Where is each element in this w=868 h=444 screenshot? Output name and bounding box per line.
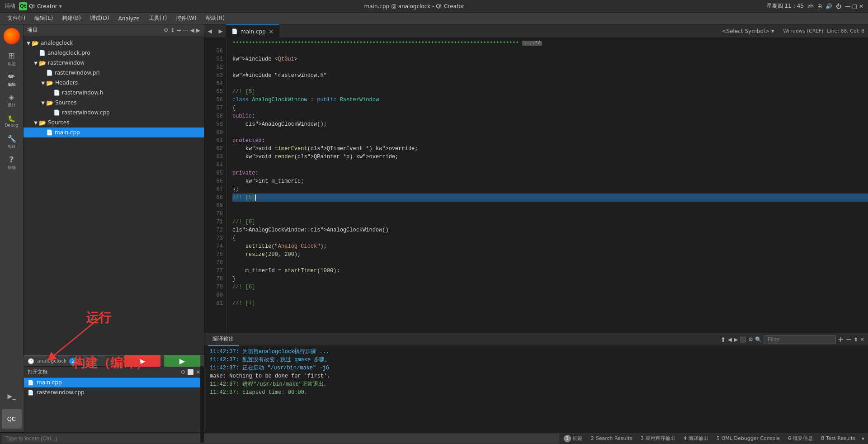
debug-button[interactable]: ▶ (164, 355, 200, 368)
window-controls[interactable]: — □ ✕ (845, 3, 863, 9)
bottom-tab-5-num: 5 (717, 435, 720, 441)
bottom-tab-search[interactable]: 2 Search Results (587, 433, 636, 444)
editor-tab-main-cpp[interactable]: 📄 main.cpp ✕ (226, 24, 279, 38)
sidebar-edit[interactable]: ✏ 编辑 (2, 70, 22, 90)
collapse-icon[interactable]: ↔ (176, 27, 181, 33)
help-label: 帮助 (8, 165, 16, 171)
tree-icon-rasterwindow-cpp: 📄 (53, 109, 60, 116)
bottom-tab-compileoutput[interactable]: 4 编译输出 (680, 433, 712, 444)
run-icon: ▶ (140, 357, 145, 365)
sidebar-qc[interactable]: QC (2, 409, 22, 429)
symbol-selector[interactable]: <Select Symbol> ▾ (717, 24, 780, 38)
bottom-tab-appoutput[interactable]: 3 应用程序输出 (637, 433, 679, 444)
project-title: 项目 (27, 26, 38, 34)
sync-icon[interactable]: ↕ (170, 27, 175, 33)
code-line-78: } (232, 275, 868, 283)
code-line-65: private: (232, 169, 868, 177)
activities-label[interactable]: 活动 (5, 2, 15, 10)
bottom-tab-overview[interactable]: 6 概要信息 (784, 433, 816, 444)
sidebar-project[interactable]: 🔧 项目 (2, 132, 22, 152)
tree-arrow-headers: ▼ (40, 80, 46, 85)
code-line-58: public: (232, 112, 868, 120)
locate-input[interactable] (2, 434, 559, 444)
settings-icon[interactable]: ⚙ (748, 336, 753, 343)
line-ending[interactable]: Windows (CRLF) (783, 28, 823, 34)
code-line-70 (232, 210, 868, 218)
forward-icon[interactable]: ▶ (196, 27, 200, 33)
mini-close-icon[interactable]: ✕ (196, 369, 200, 375)
mini-expand-icon[interactable]: ⬜ (187, 369, 194, 375)
sidebar-welcome[interactable]: ⊞ 欢迎 (2, 49, 22, 69)
qt-creator-menu[interactable]: Qt Qt Creator ▾ (19, 2, 62, 10)
tree-icon-sources2: 📂 (39, 119, 46, 126)
tab-nav-back[interactable]: ◀ (204, 24, 215, 38)
tree-item-sources2[interactable]: ▼📂Sources (24, 118, 204, 128)
upload-icon[interactable]: ⬆ (721, 336, 726, 343)
expand-icon[interactable]: ⬆ (854, 336, 858, 343)
tree-item-rasterwindow[interactable]: ▼📂rasterwindow (24, 58, 204, 68)
tab-close-btn[interactable]: ✕ (269, 28, 274, 35)
output-back-icon[interactable]: ◀ (728, 336, 732, 343)
tree-item-sources1[interactable]: ▼📂Sources (24, 98, 204, 108)
lang-indicator[interactable]: zh (807, 3, 814, 9)
output-fwd-icon[interactable]: ▶ (734, 336, 738, 343)
design-icon: ◈ (9, 93, 14, 101)
output-content: 11:42:37: 为项目analogclock执行步骤 ...11:42:37… (204, 346, 868, 432)
bottom-tab-3-label: 应用程序输出 (646, 435, 675, 442)
minus-icon[interactable]: − (845, 335, 851, 344)
filter-icon[interactable]: ⚙ (164, 27, 169, 33)
dots-icon[interactable]: ⋯ (183, 27, 189, 33)
menu-debug[interactable]: 调试(D) (86, 14, 113, 23)
bottom-tab-qml[interactable]: 5 QML Debugger Console (713, 433, 783, 444)
output-tab-compile[interactable]: 编译输出 (208, 333, 239, 346)
sidebar-design[interactable]: ◈ 设计 (2, 90, 22, 110)
welcome-icon: ⊞ (8, 51, 15, 60)
run-button[interactable]: ▶ (124, 355, 160, 368)
tree-label-rasterwindow: rasterwindow (48, 60, 85, 66)
bottom-tab-testresults[interactable]: 8 Test Results (817, 433, 859, 444)
editor-area: ◀ ▶ 📄 main.cpp ✕ <Select Symbol> ▾ Windo… (204, 24, 868, 432)
tree-item-rasterwindow-pri[interactable]: 📄rasterwindow.pri (24, 68, 204, 78)
back-icon[interactable]: ◀ (190, 27, 194, 33)
code-editor: 5051525354555657585960616263646566676869… (204, 38, 868, 333)
help-icon: ? (9, 155, 14, 164)
menu-edit[interactable]: 编辑(E) (31, 14, 57, 23)
tab-nav-forward[interactable]: ▶ (215, 24, 226, 38)
code-content[interactable]: ••••••••••••••••••••••••••••••••••••••••… (227, 38, 868, 333)
sidebar-terminal[interactable]: ▶_ (2, 386, 22, 406)
firefox-icon[interactable] (2, 26, 22, 46)
tree-item-rasterwindow-h[interactable]: 📄rasterwindow.h (24, 88, 204, 98)
tree-item-analogclock[interactable]: ▼📂analogclock (24, 38, 204, 48)
filter-input[interactable] (764, 335, 836, 344)
tab-file-icon: 📄 (231, 28, 238, 34)
menu-build[interactable]: 构建(B) (58, 14, 85, 23)
mini-file-item[interactable]: 📄rasterwindow.cpp (24, 387, 204, 397)
mini-app-name: analogclock (37, 358, 66, 364)
sidebar-help[interactable]: ? 帮助 (2, 153, 22, 173)
add-icon[interactable]: + (838, 335, 844, 344)
editor-tabs: ◀ ▶ 📄 main.cpp ✕ <Select Symbol> ▾ Windo… (204, 24, 868, 38)
code-line-71: //! [6] (232, 218, 868, 226)
stop-icon[interactable]: ⬛ (740, 336, 746, 343)
tree-item-headers[interactable]: ▼📂Headers (24, 78, 204, 88)
sidebar-debug[interactable]: 🐛 Debug (2, 111, 22, 131)
mini-settings-icon[interactable]: ⚙ (180, 369, 185, 375)
menu-tools[interactable]: 工具(T) (145, 14, 171, 23)
menu-analyze[interactable]: Analyze (114, 14, 143, 23)
project-label: 项目 (8, 144, 16, 150)
menu-controls[interactable]: 控件(W) (172, 14, 200, 23)
tree-item-main-cpp[interactable]: 📄main.cpp (24, 128, 204, 137)
close-panel-icon[interactable]: ✕ (860, 336, 864, 343)
tree-item-rasterwindow-cpp[interactable]: 📄rasterwindow.cpp (24, 108, 204, 118)
project-header-actions: ⚙ ↕ ↔ ⋯ ◀ ▶ (164, 27, 200, 33)
mini-scrollbar[interactable] (200, 367, 204, 443)
code-line-77: m_timerId = startTimer(1000); (232, 267, 868, 275)
bottom-tab-more[interactable]: ▾ (860, 435, 866, 442)
bottom-tab-1-num: 1 (564, 435, 571, 442)
menu-file[interactable]: 文件(F) (4, 14, 29, 23)
tree-item-analogclock-pro[interactable]: 📄analogclock.pro (24, 48, 204, 58)
mini-file-item[interactable]: 📄main.cpp (24, 378, 204, 387)
bottom-tab-issues[interactable]: 1 问题 (560, 433, 586, 444)
tree-icon-rasterwindow-pri: 📄 (46, 70, 53, 76)
menu-help[interactable]: 帮助(H) (202, 14, 228, 23)
